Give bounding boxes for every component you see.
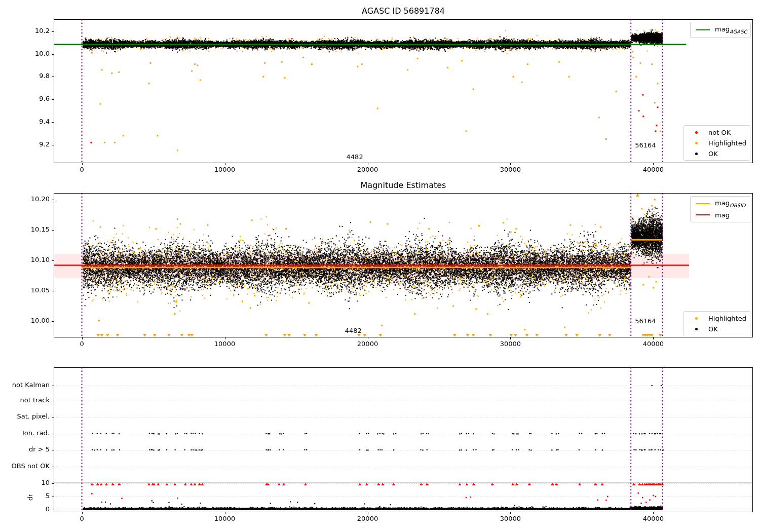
flag-row-label: dr > 5: [4, 445, 50, 453]
flag-row-label: not track: [4, 396, 50, 404]
legend-label-highlighted: Highlighted: [708, 139, 746, 147]
legend-label-highlighted2: Highlighted: [708, 315, 746, 322]
dr-tick-label: 0: [29, 505, 50, 513]
dr-tick-label: 5: [29, 492, 50, 500]
y-tick-label: 9.6: [19, 95, 50, 102]
x-tick-label: 10000: [207, 515, 243, 522]
legend-label-mag: mag: [715, 211, 730, 219]
ok-dot-swatch2: [689, 328, 704, 330]
obsid-annotation: 4482: [345, 326, 362, 334]
legend-top-markers: not OK Highlighted OK: [683, 125, 750, 161]
y-tick-label: 9.8: [19, 72, 50, 80]
legend-mag-agasc: magAGASC: [690, 22, 751, 38]
x-tick-label: 0: [64, 166, 100, 173]
flag-row-label: OBS not OK: [4, 462, 50, 470]
x-tick-label: 40000: [635, 340, 671, 348]
flag-row-label: Sat. pixel.: [4, 412, 50, 420]
y-tick-label: 10.0: [19, 50, 50, 57]
legend-mag-lines: magOBSID mag: [690, 196, 751, 222]
x-tick-label: 10000: [207, 340, 243, 348]
y-tick-label: 9.4: [19, 118, 50, 125]
mag-line-swatch: [695, 214, 710, 215]
x-tick-label: 20000: [350, 166, 386, 173]
legend-label-mag-agasc: magAGASC: [715, 25, 747, 34]
ok-dot-swatch: [689, 153, 704, 155]
x-tick-label: 0: [64, 340, 100, 348]
y-tick-label: 9.2: [19, 140, 50, 148]
agasc-line-swatch: [695, 29, 710, 30]
legend-label-ok: OK: [708, 150, 718, 158]
x-tick-label: 30000: [492, 515, 528, 522]
legend-label-not-ok: not OK: [708, 129, 731, 136]
dr-tick-label: 10: [29, 479, 50, 486]
figure: AGASC ID 56891784 Magnitude Estimates ma…: [0, 0, 760, 532]
obsid-annotation: 4482: [347, 153, 363, 161]
flag-row-label: Ion. rad.: [4, 429, 50, 437]
y-tick-label: 10.15: [19, 225, 50, 233]
flag-row-label: not Kalman: [4, 381, 50, 389]
x-tick-label: 30000: [492, 166, 528, 173]
y-tick-label: 10.05: [19, 286, 50, 294]
not-ok-dot-swatch: [689, 131, 704, 134]
obsid-annotation: 56164: [635, 317, 656, 324]
highlighted-dot-swatch2: [689, 317, 704, 320]
legend-middle-markers: Highlighted OK: [683, 311, 750, 336]
obsid-annotation: 56164: [635, 141, 656, 148]
top-plot-title: AGASC ID 56891784: [54, 6, 753, 16]
x-tick-label: 10000: [207, 166, 243, 173]
legend-label-mag-obsid: magOBSID: [715, 199, 745, 208]
legend-label-ok2: OK: [708, 325, 718, 333]
highlighted-dot-swatch: [689, 142, 704, 144]
y-tick-label: 10.20: [19, 195, 50, 203]
x-tick-label: 20000: [350, 340, 386, 348]
y-tick-label: 10.00: [19, 317, 50, 324]
middle-plot-title: Magnitude Estimates: [54, 180, 753, 190]
x-tick-label: 30000: [492, 340, 528, 348]
x-tick-label: 40000: [635, 515, 671, 522]
y-tick-label: 10.2: [19, 27, 50, 34]
y-tick-label: 10.10: [19, 256, 50, 263]
obsid-line-swatch: [695, 203, 710, 204]
x-tick-label: 0: [64, 515, 100, 522]
scatter-canvas: [0, 0, 760, 532]
x-tick-label: 40000: [635, 166, 671, 173]
x-tick-label: 20000: [350, 515, 386, 522]
